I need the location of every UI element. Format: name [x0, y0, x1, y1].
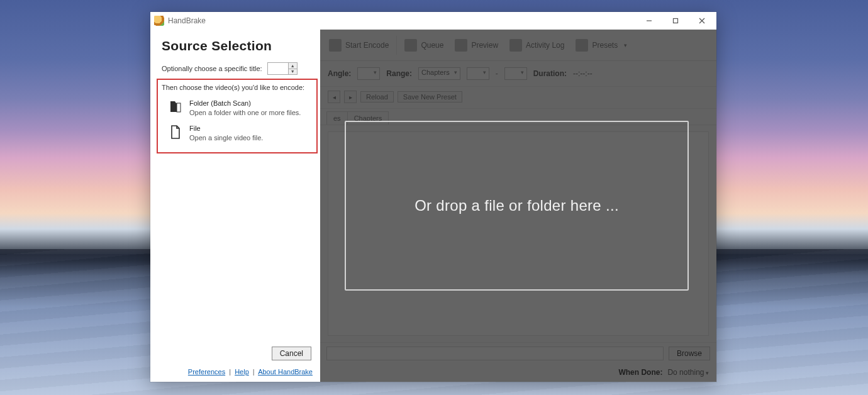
maximize-icon [672, 18, 679, 24]
angle-select[interactable] [357, 67, 380, 80]
source-selection-heading: Source Selection [162, 38, 313, 53]
folder-icon [168, 99, 183, 115]
close-button[interactable] [689, 12, 715, 30]
when-done-row: When Done: Do nothing [320, 364, 716, 382]
preview-button[interactable]: Preview [451, 36, 502, 54]
open-folder-option[interactable]: Folder (Batch Scan) Open a folder with o… [162, 96, 313, 121]
queue-icon [404, 39, 417, 52]
open-folder-title: Folder (Batch Scan) [189, 99, 301, 108]
preferences-link[interactable]: Preferences [188, 368, 225, 376]
title-spinner[interactable]: ▲ ▼ [267, 62, 298, 75]
footer-links: Preferences | Help | About HandBrake [162, 368, 313, 377]
open-file-option[interactable]: File Open a single video file. [162, 121, 313, 147]
activity-log-button[interactable]: Activity Log [506, 36, 568, 54]
browse-button[interactable]: Browse [669, 347, 710, 360]
specific-title-label: Optionally choose a specific title: [162, 65, 262, 72]
save-new-preset-button[interactable]: Save New Preset [398, 91, 462, 103]
app-icon [154, 16, 164, 26]
range-label: Range: [386, 69, 412, 78]
preset-prev-button[interactable]: ◂ [328, 91, 340, 103]
presets-icon [576, 39, 588, 52]
svg-rect-1 [674, 19, 678, 23]
close-icon [699, 18, 705, 24]
preset-next-button[interactable]: ▸ [344, 91, 357, 103]
when-done-label: When Done: [618, 368, 662, 377]
source-selection-panel: Source Selection Optionally choose a spe… [150, 30, 320, 382]
cancel-button[interactable]: Cancel [272, 347, 311, 360]
save-row: Browse [320, 342, 716, 364]
minimize-button[interactable] [636, 12, 662, 30]
spinner-down-icon[interactable]: ▼ [289, 69, 297, 75]
start-encode-button[interactable]: Start Encode [325, 36, 392, 54]
preview-icon [455, 39, 467, 52]
start-encode-label: Start Encode [345, 41, 389, 50]
range-end-select[interactable] [504, 67, 527, 80]
window-title: HandBrake [168, 16, 206, 25]
range-start-select[interactable] [467, 67, 489, 80]
maximize-button[interactable] [662, 12, 689, 30]
duration-value: --:--:-- [573, 69, 593, 78]
destination-path-input[interactable] [326, 347, 664, 360]
activity-log-icon [509, 39, 522, 52]
preset-actions-row: ◂ ▸ Reload Save New Preset [320, 87, 716, 109]
help-link[interactable]: Help [235, 368, 249, 376]
minimize-icon [646, 18, 652, 24]
about-link[interactable]: About HandBrake [258, 368, 313, 376]
open-folder-subtitle: Open a folder with one or more files. [189, 108, 301, 118]
reload-preset-button[interactable]: Reload [360, 91, 394, 103]
titlebar: HandBrake [150, 12, 716, 30]
svg-rect-4 [177, 103, 181, 112]
queue-label: Queue [421, 41, 443, 50]
handbrake-window: HandBrake Source Selection Optionally ch… [150, 12, 716, 382]
duration-label: Duration: [533, 69, 567, 78]
presets-button[interactable]: Presets [572, 36, 631, 54]
play-icon [329, 39, 342, 52]
spinner-up-icon[interactable]: ▲ [289, 63, 297, 69]
title-fields-row: Angle: Range: Chapters - Duration: --:--… [320, 61, 716, 87]
angle-label: Angle: [328, 69, 351, 78]
open-file-title: File [189, 124, 263, 133]
open-file-subtitle: Open a single video file. [189, 133, 263, 143]
choose-video-instruction: Then choose the video(s) you'd like to e… [162, 84, 313, 91]
queue-button[interactable]: Queue [401, 36, 447, 54]
drop-zone-text: Or drop a file or folder here ... [415, 197, 619, 214]
presets-label: Presets [592, 41, 618, 50]
specific-title-row: Optionally choose a specific title: ▲ ▼ [162, 62, 313, 75]
source-options-highlight: Then choose the video(s) you'd like to e… [157, 79, 318, 153]
activity-log-label: Activity Log [526, 41, 564, 50]
main-toolbar: Start Encode Queue Preview Activity Log [320, 30, 716, 61]
drop-zone[interactable]: Or drop a file or folder here ... [345, 121, 689, 291]
preview-label: Preview [471, 41, 498, 50]
title-spinner-value[interactable] [268, 63, 288, 74]
when-done-select[interactable]: Do nothing [667, 368, 709, 377]
file-icon [168, 124, 183, 140]
range-type-select[interactable]: Chapters [418, 67, 460, 80]
